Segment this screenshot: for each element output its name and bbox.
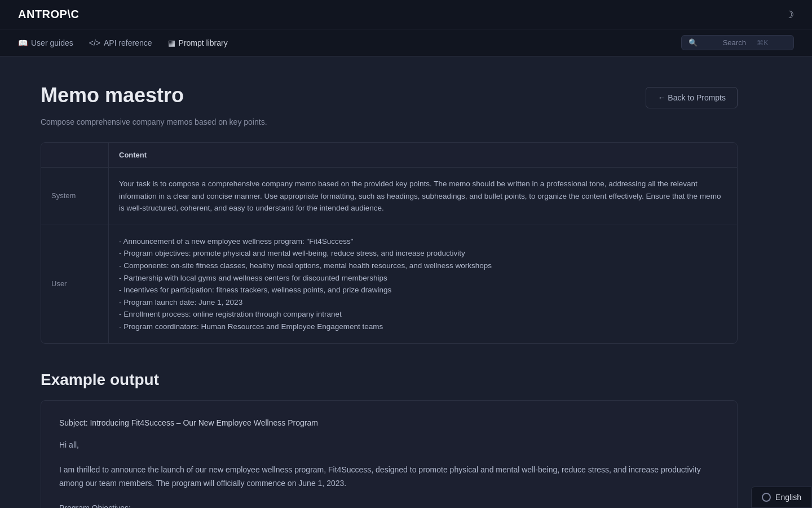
- logo: ANTROP\C: [18, 8, 79, 21]
- subnav-label-user-guides: User guides: [31, 38, 73, 47]
- page-description: Compose comprehensive company memos base…: [41, 117, 738, 126]
- subnav-item-prompt-library[interactable]: ▦ Prompt library: [168, 36, 228, 50]
- back-to-prompts-button[interactable]: ← Back to Prompts: [646, 87, 738, 108]
- subnav-item-api-reference[interactable]: </> API reference: [89, 36, 152, 50]
- table-row-system: System Your task is to compose a compreh…: [41, 168, 737, 225]
- subnav-label-prompt-library: Prompt library: [179, 38, 228, 47]
- table-header-row: Content: [41, 143, 737, 168]
- output-intro: I am thrilled to announce the launch of …: [59, 463, 719, 491]
- table-row-user: User - Announcement of a new employee we…: [41, 225, 737, 343]
- table-cell-user-label: User: [41, 225, 109, 343]
- search-bar[interactable]: 🔍 Search ⌘K: [681, 35, 794, 50]
- search-placeholder: Search: [723, 38, 753, 47]
- book-icon: 📖: [18, 38, 28, 47]
- theme-toggle-icon[interactable]: ☽: [785, 8, 794, 21]
- prompt-table: Content System Your task is to compose a…: [41, 142, 738, 344]
- footer-language[interactable]: English: [751, 487, 812, 508]
- page-header: Memo maestro ← Back to Prompts: [41, 84, 738, 108]
- topbar-right: ☽: [785, 8, 794, 21]
- table-cell-user-content: - Announcement of a new employee wellnes…: [109, 225, 737, 343]
- subnav-item-user-guides[interactable]: 📖 User guides: [18, 36, 73, 50]
- table-cell-system-content: Your task is to compose a comprehensive …: [109, 168, 737, 225]
- search-shortcut: ⌘K: [757, 39, 787, 47]
- library-icon: ▦: [168, 38, 175, 47]
- output-objectives-title: Program Objectives:: [59, 502, 719, 508]
- code-icon: </>: [89, 38, 100, 47]
- table-header-col2: Content: [109, 143, 737, 167]
- table-header-col1: [41, 143, 109, 167]
- output-greeting: Hi all,: [59, 439, 719, 452]
- table-cell-system-label: System: [41, 168, 109, 225]
- topbar: ANTROP\C ☽: [0, 0, 812, 29]
- globe-icon: [762, 493, 771, 502]
- main-content: Memo maestro ← Back to Prompts Compose c…: [0, 56, 778, 508]
- example-output-title: Example output: [41, 371, 738, 389]
- output-subject: Subject: Introducing Fit4Success – Our N…: [59, 417, 719, 430]
- subnav: 📖 User guides </> API reference ▦ Prompt…: [0, 29, 812, 56]
- subnav-label-api-reference: API reference: [104, 38, 152, 47]
- language-label: English: [775, 493, 801, 502]
- search-icon: 🔍: [689, 38, 718, 47]
- subnav-left: 📖 User guides </> API reference ▦ Prompt…: [18, 36, 228, 50]
- page-title: Memo maestro: [41, 84, 184, 107]
- output-box: Subject: Introducing Fit4Success – Our N…: [41, 400, 738, 508]
